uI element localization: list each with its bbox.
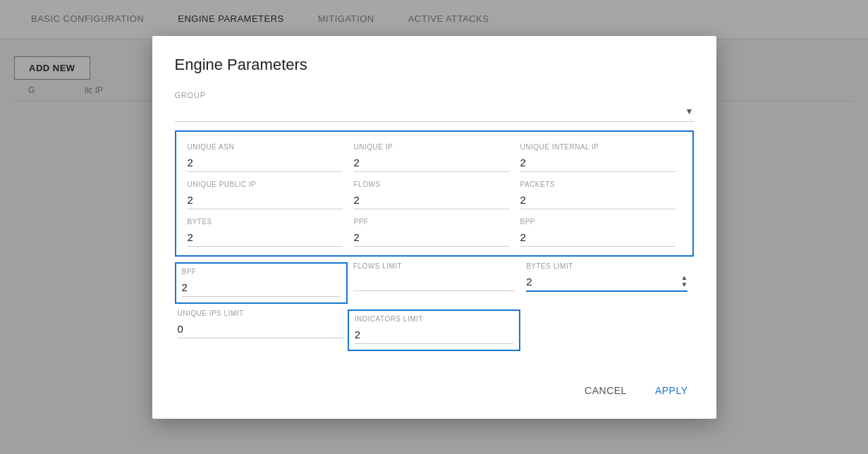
- bpf-label: BPF: [182, 268, 341, 276]
- spinner-arrows[interactable]: ▲ ▼: [681, 274, 688, 288]
- field-flows: FLOWS: [351, 175, 518, 212]
- bytes-limit-label: BYTES LIMIT: [526, 262, 687, 270]
- flows-limit-wrapper: FLOWS LIMIT: [348, 262, 520, 304]
- field-bytes: BYTES: [185, 212, 351, 250]
- unique-internal-ip-label: UNIQUE INTERNAL IP: [520, 143, 676, 151]
- bytes-label: BYTES: [188, 218, 343, 226]
- indicators-limit-label: INDICATORS LIMIT: [355, 315, 513, 323]
- last-row: UNIQUE IPS LIMIT INDICATORS LIMIT: [175, 309, 694, 351]
- field-unique-internal-ip: UNIQUE INTERNAL IP: [518, 137, 684, 175]
- unique-ip-input[interactable]: [354, 154, 509, 172]
- bytes-limit-wrapper: BYTES LIMIT ▲ ▼: [520, 262, 693, 304]
- bpf-wrapper: BPF: [175, 262, 348, 304]
- bottom-row: BPF FLOWS LIMIT BYTES LIMIT: [175, 262, 694, 304]
- unique-internal-ip-input[interactable]: [520, 154, 676, 172]
- field-unique-public-ip: UNIQUE PUBLIC IP: [185, 175, 351, 212]
- bytes-limit-input[interactable]: [526, 273, 687, 290]
- modal-overlay: Engine Parameters GROUP ▼ UNIQUE ASN: [0, 0, 868, 454]
- modal-title: Engine Parameters: [152, 36, 716, 80]
- unique-ips-limit-label: UNIQUE IPS LIMIT: [178, 309, 345, 317]
- unique-asn-input[interactable]: [188, 154, 343, 172]
- apply-button[interactable]: APPLY: [649, 379, 694, 402]
- bpp-label: BPP: [520, 218, 676, 226]
- unique-public-ip-input[interactable]: [188, 191, 343, 209]
- field-unique-asn: UNIQUE ASN: [185, 137, 351, 175]
- indicators-limit-input[interactable]: [355, 326, 513, 344]
- field-bpp: BPP: [518, 212, 684, 250]
- ppf-input[interactable]: [354, 228, 509, 247]
- modal-body: GROUP ▼ UNIQUE ASN UNIQUE IP: [152, 80, 716, 368]
- flows-limit-input[interactable]: [353, 273, 515, 291]
- params-grid-container: UNIQUE ASN UNIQUE IP UNIQUE INTERNAL IP: [175, 130, 694, 257]
- packets-input[interactable]: [520, 191, 676, 209]
- page-background: BASIC CONFIGURATION ENGINE PARAMETERS MI…: [0, 0, 868, 454]
- cancel-button[interactable]: CANCEL: [579, 379, 632, 402]
- unique-ips-limit-wrapper: UNIQUE IPS LIMIT: [175, 309, 348, 351]
- bytes-input[interactable]: [188, 228, 343, 247]
- ppf-label: PPF: [354, 218, 509, 226]
- field-packets: PACKETS: [518, 175, 684, 212]
- unique-public-ip-label: UNIQUE PUBLIC IP: [188, 180, 343, 188]
- group-label: GROUP: [175, 91, 694, 99]
- flows-limit-label: FLOWS LIMIT: [353, 262, 515, 270]
- indicators-limit-wrapper: INDICATORS LIMIT: [348, 309, 520, 351]
- modal-footer: CANCEL APPLY: [152, 368, 716, 419]
- field-unique-ip: UNIQUE IP: [351, 137, 518, 175]
- packets-label: PACKETS: [520, 180, 676, 188]
- empty-col: [520, 309, 693, 351]
- unique-asn-label: UNIQUE ASN: [188, 143, 343, 151]
- flows-input[interactable]: [354, 191, 509, 209]
- spinner-down-icon[interactable]: ▼: [681, 281, 688, 288]
- bpf-input[interactable]: [182, 278, 341, 297]
- unique-ips-limit-input[interactable]: [178, 320, 345, 338]
- group-dropdown[interactable]: ▼: [175, 102, 694, 122]
- bpp-input[interactable]: [520, 228, 676, 247]
- engine-parameters-modal: Engine Parameters GROUP ▼ UNIQUE ASN: [152, 36, 716, 419]
- dropdown-arrow-icon: ▼: [685, 106, 694, 116]
- params-grid: UNIQUE ASN UNIQUE IP UNIQUE INTERNAL IP: [185, 137, 684, 250]
- field-ppf: PPF: [351, 212, 518, 250]
- unique-ip-label: UNIQUE IP: [354, 143, 509, 151]
- flows-label: FLOWS: [354, 180, 509, 188]
